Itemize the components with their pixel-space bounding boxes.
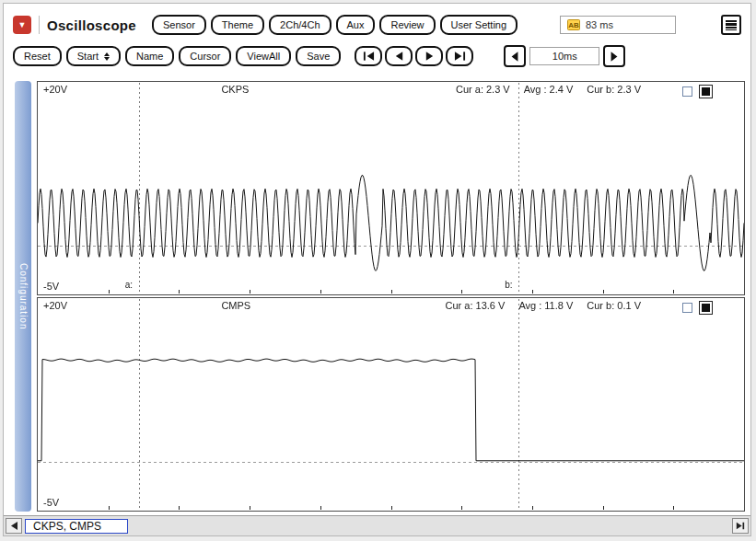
menu-button[interactable] [721, 15, 741, 35]
toolbar-second: Reset Start Name Cursor ViewAll Save 10m… [13, 44, 741, 68]
name-button[interactable]: Name [125, 46, 174, 66]
timebase-control: 10ms [504, 45, 625, 67]
right-arrow-end-icon [736, 522, 745, 530]
cmps-channel-controls [682, 301, 713, 315]
user-setting-button[interactable]: User Setting [440, 15, 518, 35]
aux-button[interactable]: Aux [336, 15, 376, 35]
ckps-vbottom-label: -5V [43, 281, 59, 292]
cmps-visibility-checkbox[interactable] [682, 303, 692, 313]
ckps-color-swatch-icon [702, 87, 710, 96]
menu-icon [726, 20, 737, 30]
active-channels-label: CKPS, CMPS [25, 519, 128, 534]
save-button[interactable]: Save [296, 46, 341, 66]
cursor-ab-time-value: 83 ms [586, 19, 613, 30]
start-button[interactable]: Start [66, 46, 121, 66]
cmps-vtop-label: +20V [43, 300, 67, 311]
title-divider [39, 16, 40, 34]
skip-start-button[interactable] [355, 46, 382, 66]
left-arrow-icon [9, 522, 18, 530]
cmps-readouts: Cur a: 13.6 V Avg : 11.8 V Cur b: 0.1 V [446, 300, 641, 311]
skip-end-button[interactable] [446, 46, 473, 66]
status-bar: CKPS, CMPS [4, 515, 750, 535]
cmps-waveform-canvas[interactable] [38, 298, 744, 511]
start-button-label: Start [77, 51, 99, 62]
channel-panels: +20V CKPS Cur a: 2.3 V Avg : 2.4 V Cur b… [37, 81, 745, 512]
ckps-channel-controls [682, 85, 713, 98]
ckps-readouts: Cur a: 2.3 V Avg : 2.4 V Cur b: 2.3 V [456, 84, 641, 95]
review-button[interactable]: Review [379, 15, 435, 35]
left-arrow-icon [509, 51, 520, 63]
step-forward-button[interactable] [415, 46, 443, 66]
cursor-ab-icon: AB [567, 18, 580, 31]
ckps-vtop-label: +20V [43, 84, 67, 95]
ckps-cursor-a-readout: Cur a: 2.3 V [456, 84, 510, 95]
channel-panel-cmps: +20V CMPS Cur a: 13.6 V Avg : 11.8 V Cur… [37, 297, 745, 512]
app-title: Oscilloscope [47, 17, 136, 33]
cursor-button[interactable]: Cursor [179, 46, 231, 66]
cmps-vbottom-label: -5V [43, 497, 59, 508]
step-back-button[interactable] [385, 46, 413, 66]
toolbar-top: ▼ Oscilloscope Sensor Theme 2Ch/4Ch Aux … [13, 13, 741, 37]
timebase-increase-button[interactable] [603, 45, 625, 67]
step-back-icon [393, 52, 405, 61]
cmps-cursor-a-readout: Cur a: 13.6 V [446, 300, 506, 311]
configuration-label: Configuration [18, 263, 29, 329]
viewall-button[interactable]: ViewAll [236, 46, 291, 66]
ckps-visibility-checkbox[interactable] [682, 86, 692, 97]
ckps-color-button[interactable] [699, 85, 713, 98]
ckps-waveform-canvas[interactable] [38, 82, 744, 294]
step-forward-icon [424, 52, 436, 61]
scroll-left-button[interactable] [6, 518, 22, 534]
ckps-cursor-b-readout: Cur b: 2.3 V [587, 84, 641, 95]
cmps-cursor-b-readout: Cur b: 0.1 V [587, 300, 641, 311]
oscilloscope-window: ▼ Oscilloscope Sensor Theme 2Ch/4Ch Aux … [3, 3, 751, 536]
configuration-tab[interactable]: Configuration [15, 81, 31, 512]
right-arrow-icon [609, 51, 620, 63]
scroll-right-button[interactable] [732, 518, 749, 534]
cmps-color-swatch-icon [702, 304, 710, 312]
ckps-name-label: CKPS [221, 84, 249, 95]
main-area: Configuration +20V CKPS Cur a: 2.3 V Avg… [7, 81, 747, 512]
cmps-color-button[interactable] [699, 301, 713, 315]
channel-panel-ckps: +20V CKPS Cur a: 2.3 V Avg : 2.4 V Cur b… [37, 81, 745, 295]
app-icon[interactable]: ▼ [13, 16, 31, 34]
reset-button[interactable]: Reset [13, 46, 62, 66]
cursor-a-label[interactable]: a: [125, 280, 133, 290]
transport-controls [355, 46, 473, 66]
ckps-avg-readout: Avg : 2.4 V [524, 84, 574, 95]
start-spinner-icon [104, 52, 110, 61]
cmps-avg-readout: Avg : 11.8 V [518, 300, 573, 311]
channel-mode-button[interactable]: 2Ch/4Ch [269, 15, 331, 35]
timebase-value[interactable]: 10ms [529, 47, 599, 65]
app-icon-arrow-icon: ▼ [18, 21, 27, 29]
cmps-name-label: CMPS [221, 300, 250, 311]
sensor-button[interactable]: Sensor [152, 15, 206, 35]
svg-text:AB: AB [568, 21, 579, 29]
theme-button[interactable]: Theme [211, 15, 264, 35]
cursor-b-label[interactable]: b: [505, 280, 512, 290]
skip-start-icon [363, 52, 375, 61]
horizontal-scrollbar[interactable] [131, 519, 729, 534]
skip-end-icon [454, 52, 466, 61]
timebase-decrease-button[interactable] [504, 45, 526, 67]
cursor-ab-time-readout: AB 83 ms [560, 16, 676, 34]
